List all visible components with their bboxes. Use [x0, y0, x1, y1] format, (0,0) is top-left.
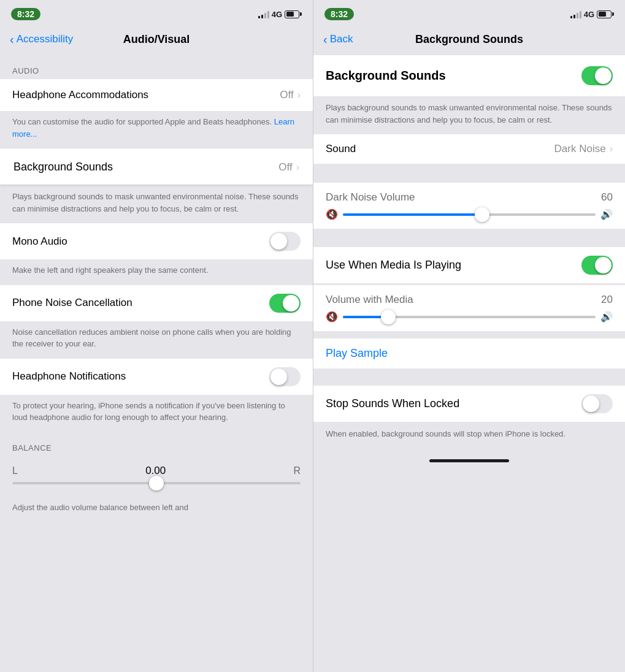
play-sample-button[interactable]: Play Sample [313, 338, 625, 368]
battery-icon-left [285, 10, 302, 18]
background-sounds-label-left: Background Sounds [13, 161, 278, 174]
stop-sounds-label: Stop Sounds When Locked [326, 397, 459, 410]
stop-sounds-group: Stop Sounds When Locked [313, 386, 625, 422]
use-when-media-group: Use When Media Is Playing [313, 247, 625, 284]
status-icons-right: 4G [570, 10, 614, 19]
mono-audio-label: Mono Audio [12, 235, 269, 248]
dark-noise-slider-row: 🔇 🔊 [326, 208, 613, 220]
phone-noise-row[interactable]: Phone Noise Cancellation [0, 285, 313, 321]
background-sounds-desc-left: Plays background sounds to mask unwanted… [0, 186, 313, 223]
volume-with-media-section: Volume with Media 20 🔇 🔊 [313, 285, 625, 331]
use-when-media-label: Use When Media Is Playing [326, 259, 461, 272]
dark-noise-volume-label: Dark Noise Volume [326, 191, 415, 204]
mono-audio-card: Mono Audio [0, 223, 313, 259]
headphone-notifications-toggle[interactable] [269, 367, 301, 386]
headphone-notifications-row[interactable]: Headphone Notifications [0, 359, 313, 395]
volume-high-icon: 🔊 [600, 208, 613, 220]
status-bar-left: 8:32 4G [0, 0, 313, 26]
chevron-right-icon-bgsounds: › [296, 162, 299, 173]
content-left: AUDIO Headphone Accommodations Off › You… [0, 55, 313, 672]
divider-gap-3 [313, 368, 625, 386]
volume-high-icon-2: 🔊 [600, 311, 613, 323]
status-icons-left: 4G [258, 10, 302, 19]
headphone-notifications-card: Headphone Notifications [0, 359, 313, 395]
balance-r-label: R [293, 465, 301, 476]
chevron-right-icon-sound: › [610, 143, 613, 155]
volume-low-icon: 🔇 [326, 208, 338, 220]
balance-value: 0.00 [145, 465, 166, 477]
nav-header-left: ‹ Accessibility Audio/Visual [0, 26, 313, 55]
home-indicator [429, 459, 509, 462]
balance-labels: L 0.00 R [12, 465, 301, 477]
section-label-balance: BALANCE [0, 432, 313, 456]
stop-sounds-desc: When enabled, background sounds will sto… [313, 423, 625, 449]
balance-thumb [149, 476, 164, 491]
dark-noise-volume-section: Dark Noise Volume 60 🔇 🔊 [313, 183, 625, 229]
stop-sounds-toggle[interactable] [581, 394, 613, 413]
sound-value: Dark Noise [554, 143, 606, 155]
background-sounds-value-left: Off [278, 161, 292, 174]
signal-icon-right [570, 10, 581, 18]
divider-gap-1 [313, 166, 625, 183]
sound-row[interactable]: Sound Dark Noise › [313, 134, 625, 164]
balance-desc: Adjust the audio volume balance between … [0, 497, 313, 522]
headphone-accommodations-desc: You can customise the audio for supporte… [0, 111, 313, 148]
dark-noise-volume-header: Dark Noise Volume 60 [326, 191, 613, 204]
page-title-right: Background Sounds [323, 33, 615, 46]
page-title-left: Audio/Visual [10, 33, 303, 46]
headphone-accommodations-label: Headphone Accommodations [12, 89, 280, 101]
use-when-media-toggle[interactable] [581, 256, 613, 275]
left-panel: 8:32 4G ‹ Accessibility Audio/Visual [0, 0, 313, 672]
mono-audio-desc: Make the left and right speakers play th… [0, 259, 313, 285]
content-right: Background Sounds Plays background sound… [313, 55, 625, 672]
bg-sounds-header: Background Sounds [313, 55, 625, 97]
phone-noise-card: Phone Noise Cancellation [0, 285, 313, 321]
time-left: 8:32 [11, 8, 40, 20]
volume-with-media-value: 20 [601, 294, 613, 306]
headphone-notifications-label: Headphone Notifications [12, 370, 269, 383]
section-label-audio: AUDIO [0, 55, 313, 79]
time-right: 8:32 [324, 8, 354, 20]
background-sounds-card-left: Background Sounds Off › [0, 148, 313, 185]
signal-icon-left [258, 10, 269, 18]
bg-sounds-desc-right: Plays background sounds to mask unwanted… [313, 97, 625, 134]
sound-label: Sound [326, 143, 356, 155]
small-gap-1 [313, 332, 625, 338]
right-panel: 8:32 4G ‹ Back Background Sounds [313, 0, 625, 672]
headphone-accommodations-value: Off [280, 89, 293, 101]
volume-with-media-slider-thumb [381, 310, 396, 324]
volume-with-media-slider-row: 🔇 🔊 [326, 311, 613, 323]
phone-noise-toggle[interactable] [269, 294, 301, 313]
headphone-accommodations-card: Headphone Accommodations Off › [0, 79, 313, 111]
stop-sounds-row[interactable]: Stop Sounds When Locked [313, 386, 625, 422]
status-bar-right: 8:32 4G [313, 0, 625, 26]
play-sample-section: Play Sample [313, 338, 625, 368]
mono-audio-row[interactable]: Mono Audio [0, 223, 313, 259]
phone-noise-label: Phone Noise Cancellation [12, 297, 269, 309]
home-indicator-area [313, 449, 625, 473]
dark-noise-slider-fill [343, 213, 482, 216]
phone-noise-desc: Noise cancellation reduces ambient noise… [0, 321, 313, 359]
nav-header-right: ‹ Back Background Sounds [313, 26, 625, 55]
volume-low-icon-2: 🔇 [326, 311, 338, 323]
balance-section: L 0.00 R [0, 456, 313, 497]
network-left: 4G [272, 10, 282, 19]
dark-noise-slider[interactable] [343, 213, 596, 216]
use-when-media-row[interactable]: Use When Media Is Playing [313, 247, 625, 284]
dark-noise-volume-value: 60 [601, 191, 613, 204]
mono-audio-toggle[interactable] [269, 232, 301, 251]
volume-with-media-slider[interactable] [343, 316, 596, 318]
bg-sounds-toggle-label: Background Sounds [326, 69, 581, 83]
balance-l-label: L [12, 465, 18, 476]
balance-slider[interactable] [12, 482, 301, 484]
divider-gap-2 [313, 230, 625, 247]
dark-noise-slider-thumb [475, 207, 489, 222]
background-sounds-row-left[interactable]: Background Sounds Off › [0, 148, 313, 185]
sound-row-group: Sound Dark Noise › [313, 134, 625, 164]
headphone-notifications-desc: To protect your hearing, iPhone sends a … [0, 395, 313, 432]
headphone-accommodations-row[interactable]: Headphone Accommodations Off › [0, 79, 313, 111]
volume-with-media-label: Volume with Media [326, 294, 413, 306]
chevron-right-icon-headphone: › [297, 90, 301, 101]
bg-sounds-toggle[interactable] [581, 66, 613, 85]
volume-with-media-header: Volume with Media 20 [326, 294, 613, 306]
